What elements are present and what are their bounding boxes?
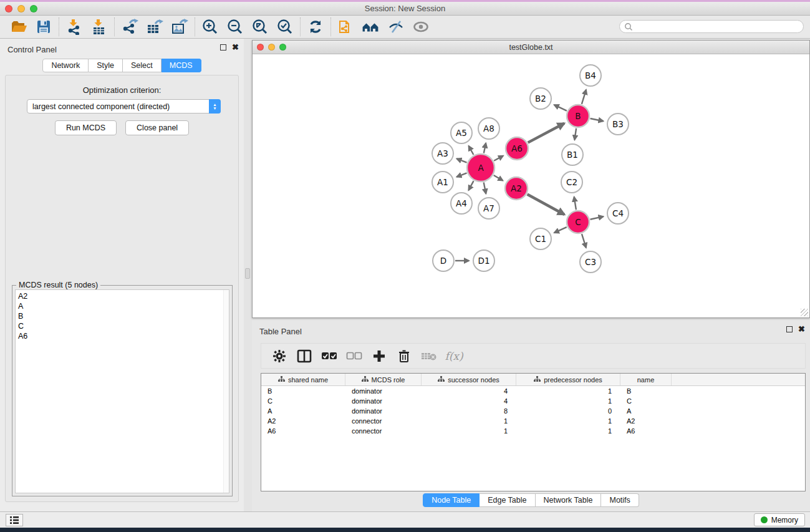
graph-node-C3[interactable]: C3	[580, 251, 601, 273]
tab-edge-table[interactable]: Edge Table	[480, 493, 535, 507]
graph-node-A6[interactable]: A6	[506, 137, 528, 160]
optimization-criterion-dropdown[interactable]: largest connected component (directed) ▲…	[27, 99, 221, 114]
cell-successor-nodes[interactable]: 4	[422, 386, 516, 396]
cell-successor-nodes[interactable]: 4	[422, 396, 516, 406]
graph-node-B1[interactable]: B1	[562, 144, 583, 165]
edge-A-A8[interactable]	[484, 143, 486, 153]
tab-style[interactable]: Style	[89, 59, 123, 72]
table-settings-button[interactable]	[270, 347, 289, 365]
show-columns-button[interactable]	[295, 347, 314, 365]
edge-B-B3[interactable]	[591, 118, 604, 121]
graph-node-A[interactable]: A	[467, 154, 494, 181]
graph-node-C4[interactable]: C4	[607, 203, 629, 224]
main-titlebar[interactable]: Session: New Session	[0, 2, 810, 16]
graph-node-B3[interactable]: B3	[607, 114, 629, 135]
graph-node-A5[interactable]: A5	[451, 122, 472, 143]
cell-MCDS-role[interactable]: connector	[345, 416, 422, 426]
tab-network[interactable]: Network	[42, 59, 89, 72]
cell-MCDS-role[interactable]: connector	[345, 426, 422, 436]
export-table-button[interactable]	[142, 17, 167, 36]
zoom-fit-button[interactable]	[248, 17, 272, 36]
cell-MCDS-role[interactable]: dominator	[345, 396, 422, 406]
table-row-A6[interactable]: A6connector11A6	[261, 426, 805, 436]
result-item-A2[interactable]: A2	[18, 291, 229, 301]
graph-node-B2[interactable]: B2	[530, 88, 551, 109]
cell-name[interactable]: A6	[620, 426, 672, 436]
float-table-panel-icon[interactable]	[786, 326, 793, 332]
cell-shared-name[interactable]: A	[261, 406, 345, 416]
tab-network-table[interactable]: Network Table	[536, 493, 602, 507]
cell-name[interactable]: B	[620, 386, 672, 396]
refresh-view-button[interactable]	[303, 17, 328, 36]
run-mcds-button[interactable]: Run MCDS	[55, 120, 117, 135]
node-table[interactable]: shared nameMCDS rolesuccessor nodesprede…	[261, 373, 806, 491]
panel-divider[interactable]	[244, 39, 252, 511]
cell-predecessor-nodes[interactable]: 0	[516, 406, 620, 416]
cell-name[interactable]: A	[620, 406, 672, 416]
edge-A6-B[interactable]	[528, 123, 564, 143]
import-table-button[interactable]	[87, 17, 112, 36]
result-list-scrollbar[interactable]	[223, 290, 229, 493]
edge-B-B4[interactable]	[582, 90, 586, 104]
close-panel-button[interactable]: Close panel	[125, 120, 189, 135]
edge-C-C3[interactable]	[582, 234, 586, 248]
edge-B-B2[interactable]	[554, 105, 567, 110]
import-network-button[interactable]	[62, 17, 87, 36]
tab-node-table[interactable]: Node Table	[423, 493, 480, 507]
search-field[interactable]	[619, 20, 804, 33]
graph-node-C2[interactable]: C2	[561, 172, 582, 193]
edge-A-A1[interactable]	[456, 173, 466, 177]
function-builder-button[interactable]: f(x)	[445, 347, 463, 365]
edge-C-C4[interactable]	[591, 216, 604, 220]
network-graph[interactable]: B4B2BB3A8A5A6A3B1AA1C2A2A4A7C4CC1C3DD1	[253, 54, 809, 317]
open-session-button[interactable]	[6, 17, 31, 36]
cell-successor-nodes[interactable]: 1	[422, 416, 516, 426]
table-row-B[interactable]: Bdominator41B	[261, 386, 805, 396]
unselect-all-button[interactable]	[345, 347, 364, 365]
column-header-shared-name[interactable]: shared name	[261, 374, 345, 385]
table-row-A2[interactable]: A2connector11A2	[261, 416, 805, 426]
zoom-out-button[interactable]	[223, 17, 248, 36]
export-image-button[interactable]	[167, 17, 192, 36]
cell-MCDS-role[interactable]: dominator	[345, 406, 422, 416]
search-input[interactable]	[633, 21, 803, 32]
result-item-C[interactable]: C	[18, 321, 229, 331]
result-item-A[interactable]: A	[18, 301, 229, 311]
cell-shared-name[interactable]: A6	[261, 426, 345, 436]
delete-table-button[interactable]	[420, 347, 438, 365]
cell-predecessor-nodes[interactable]: 1	[516, 426, 620, 436]
graph-node-A2[interactable]: A2	[505, 177, 528, 200]
close-panel-icon[interactable]: ✖	[232, 44, 239, 51]
edge-A-A7[interactable]	[484, 183, 486, 194]
edge-A2-C[interactable]	[528, 195, 564, 215]
cell-shared-name[interactable]: C	[261, 396, 345, 406]
delete-column-button[interactable]	[395, 347, 413, 365]
table-row-C[interactable]: Cdominator41C	[261, 396, 805, 406]
cell-predecessor-nodes[interactable]: 1	[516, 386, 620, 396]
graph-node-A1[interactable]: A1	[432, 172, 453, 193]
cell-shared-name[interactable]: A2	[261, 416, 345, 426]
divider-handle[interactable]	[245, 268, 250, 279]
result-item-B[interactable]: B	[18, 311, 229, 321]
task-history-button[interactable]	[6, 514, 23, 526]
add-column-button[interactable]	[370, 347, 388, 365]
save-session-button[interactable]	[31, 17, 56, 36]
edge-A-A5[interactable]	[469, 146, 474, 155]
window-resize-grip[interactable]	[801, 309, 808, 316]
graph-node-D1[interactable]: D1	[473, 250, 494, 271]
tab-motifs[interactable]: Motifs	[601, 493, 639, 507]
graph-node-B4[interactable]: B4	[580, 65, 601, 86]
cell-shared-name[interactable]: B	[261, 386, 345, 396]
new-network-from-file-button[interactable]	[334, 17, 359, 36]
network-window-titlebar[interactable]: testGlobe.txt	[253, 41, 809, 54]
show-graphics-button[interactable]	[408, 17, 433, 36]
float-panel-icon[interactable]	[220, 44, 226, 51]
edge-A-A4[interactable]	[468, 181, 473, 190]
cell-predecessor-nodes[interactable]: 1	[516, 396, 620, 406]
edge-C-C1[interactable]	[554, 227, 567, 233]
graph-node-C1[interactable]: C1	[530, 228, 551, 249]
edge-A-A3[interactable]	[456, 158, 466, 162]
column-header-MCDS-role[interactable]: MCDS role	[345, 374, 422, 385]
cell-predecessor-nodes[interactable]: 1	[516, 416, 620, 426]
mcds-result-list[interactable]: A2ABCA6	[15, 289, 229, 493]
